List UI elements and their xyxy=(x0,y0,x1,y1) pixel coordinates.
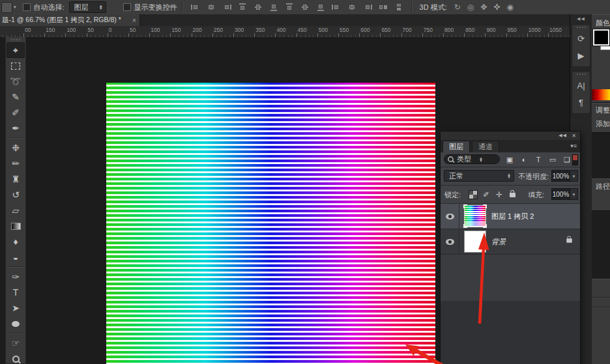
dock-grip[interactable] xyxy=(572,72,590,77)
lock-all-icon[interactable] xyxy=(507,190,517,199)
dodge-tool[interactable]: ◒ xyxy=(7,249,25,265)
eraser-tool[interactable]: ▱ xyxy=(7,203,25,218)
distribute-horizontal-centers-icon[interactable] xyxy=(347,3,356,11)
quick-selection-tool[interactable]: ✎ xyxy=(7,89,25,105)
eyedropper-tool[interactable]: ✒ xyxy=(7,120,25,136)
crop-tool[interactable]: ✐ xyxy=(7,105,25,120)
lock-position-icon[interactable]: ✛ xyxy=(494,190,504,199)
auto-select-checkbox[interactable] xyxy=(23,3,31,11)
history-brush-tool[interactable]: ↺ xyxy=(7,187,25,203)
visibility-column xyxy=(441,229,459,254)
ruler-label: 800 xyxy=(444,27,454,33)
lock-row: 锁定: ✐✛ 填充: 100% ▼ xyxy=(441,186,580,204)
document-canvas[interactable] xyxy=(106,83,435,364)
show-transform-checkbox[interactable] xyxy=(123,3,131,11)
align-top-edges-icon[interactable] xyxy=(238,3,247,11)
paths-panel: 路径 xyxy=(592,178,610,211)
eye-icon[interactable] xyxy=(446,239,454,245)
3d-rotate-icon[interactable]: ↻ xyxy=(454,0,461,14)
3d-roll-icon[interactable]: ◎ xyxy=(467,0,474,14)
panel-menu-icon[interactable]: ▾≡ xyxy=(570,143,577,149)
distribute-top-edges-icon[interactable] xyxy=(285,3,294,11)
eye-icon[interactable] xyxy=(446,214,454,219)
align-right-edges-icon[interactable] xyxy=(222,3,231,11)
gradient-tool[interactable] xyxy=(7,218,25,234)
fill-dropdown-icon[interactable]: ▼ xyxy=(570,188,578,200)
document-tab[interactable]: 题-1 @ 66.7% (图层 1 拷贝 2, RGB/8) * × xyxy=(0,14,140,26)
blend-mode-value: 正常 xyxy=(449,171,463,181)
filter-pixel-layers-icon[interactable]: ▣ xyxy=(504,154,516,165)
distribute-horizontal-spacing-icon[interactable] xyxy=(379,3,388,11)
auto-select-label: 自动选择: xyxy=(34,3,65,12)
move-tool[interactable]: ⌖ xyxy=(7,42,25,58)
dock-grip[interactable] xyxy=(572,25,590,30)
lock-pixels-icon[interactable]: ✐ xyxy=(481,190,491,199)
layer-thumbnail[interactable] xyxy=(464,205,486,227)
3d-slide-icon[interactable]: ✜ xyxy=(493,0,500,14)
distribute-vertical-spacing-icon[interactable] xyxy=(394,3,403,11)
history-panel-icon[interactable]: ⟳ xyxy=(572,30,590,47)
pen-tool[interactable]: ✑ xyxy=(7,269,25,285)
filter-shape-layers-icon[interactable]: ▭ xyxy=(547,154,559,165)
actions-panel-icon[interactable]: ▶ xyxy=(572,47,590,64)
panel-close-icon[interactable]: ✕ xyxy=(572,133,577,139)
type-tool[interactable]: T xyxy=(7,285,25,300)
ellipse-tool[interactable] xyxy=(7,316,25,331)
lock-transparency-icon[interactable] xyxy=(468,190,478,199)
zoom-tool[interactable] xyxy=(7,351,25,364)
filter-smart-objects-icon[interactable]: ❏ xyxy=(561,154,573,165)
lasso-tool[interactable]: ➰ xyxy=(7,74,25,89)
fill-value[interactable]: 100% xyxy=(551,188,570,200)
ruler-label: 950 xyxy=(508,27,517,33)
clone-stamp-tool[interactable]: ♜ xyxy=(7,171,25,187)
filter-type-layers-icon[interactable]: T xyxy=(532,154,544,165)
tab-close-icon[interactable]: × xyxy=(130,17,139,24)
tab-layers[interactable]: 图层 xyxy=(443,141,470,152)
foreground-color-swatch[interactable] xyxy=(593,29,609,46)
distribute-left-edges-icon[interactable] xyxy=(332,3,341,11)
zoom-tool-icon xyxy=(12,356,20,363)
align-vertical-centers-icon[interactable] xyxy=(254,3,263,11)
3d-zoom-camera-icon[interactable]: ◉ xyxy=(506,0,513,14)
layers-empty-area[interactable] xyxy=(441,301,580,364)
filter-adjustment-layers-icon[interactable]: ◐ xyxy=(518,154,530,165)
layer-thumbnail[interactable] xyxy=(464,231,486,253)
layer-row[interactable]: 背景 xyxy=(441,229,580,255)
distribute-right-edges-icon[interactable] xyxy=(363,3,372,11)
brush-tool[interactable]: ✏ xyxy=(7,156,25,171)
opacity-value[interactable]: 100% xyxy=(551,170,570,182)
tab-channels[interactable]: 通道 xyxy=(472,141,499,152)
distribute-vertical-centers-icon[interactable] xyxy=(300,3,310,11)
3d-drag-icon[interactable]: ✥ xyxy=(480,0,487,14)
hand-tool[interactable]: ☞ xyxy=(7,335,25,351)
panel-collapse-icon[interactable]: ◀◀ xyxy=(559,133,567,138)
auto-select-target-dropdown[interactable]: 图层 xyxy=(69,1,106,13)
layer-filter-type-dropdown[interactable]: 类型 xyxy=(444,154,500,164)
layer-row[interactable]: 图层 1 拷贝 2 xyxy=(441,204,580,229)
align-horizontal-centers-icon[interactable] xyxy=(207,3,216,11)
distribute-bottom-edges-icon[interactable] xyxy=(316,3,325,11)
paragraph-panel-icon[interactable]: ¶ xyxy=(572,94,590,111)
layer-filter-toggle[interactable] xyxy=(572,154,578,165)
blur-tool[interactable]: ♦ xyxy=(7,234,25,249)
ruler-label: 650 xyxy=(381,27,390,33)
path-selection-tool[interactable]: ➤ xyxy=(7,300,25,316)
blend-mode-dropdown[interactable]: 正常 xyxy=(444,170,514,182)
rectangular-marquee-tool[interactable] xyxy=(7,58,25,74)
horizontal-ruler[interactable]: 0015010050050100150200250300350400450500… xyxy=(0,26,570,38)
opacity-dropdown-icon[interactable]: ▼ xyxy=(570,170,578,182)
toolbar-grip[interactable] xyxy=(6,37,25,42)
color-spectrum-ramp[interactable] xyxy=(592,89,610,100)
ruler-label: 350 xyxy=(255,27,265,33)
dock-collapse-button[interactable]: ◀◀ xyxy=(570,14,592,23)
ruler-label: 100 xyxy=(151,27,160,33)
tool-preset-arrow-icon[interactable]: ▾ xyxy=(14,5,16,10)
layers-panel-titlebar[interactable]: ◀◀ ✕ xyxy=(441,132,580,140)
align-left-edges-icon[interactable] xyxy=(191,3,200,11)
spot-healing-brush-tool[interactable]: ❉ xyxy=(7,140,25,156)
align-bottom-edges-icon[interactable] xyxy=(269,3,278,11)
add-adjustment-label[interactable]: 添加 xyxy=(592,115,610,129)
blend-mode-row: 正常 不透明度: 100% ▼ xyxy=(441,167,580,186)
tool-preset-picker[interactable] xyxy=(1,2,12,13)
character-panel-icon[interactable]: A| xyxy=(572,77,590,94)
